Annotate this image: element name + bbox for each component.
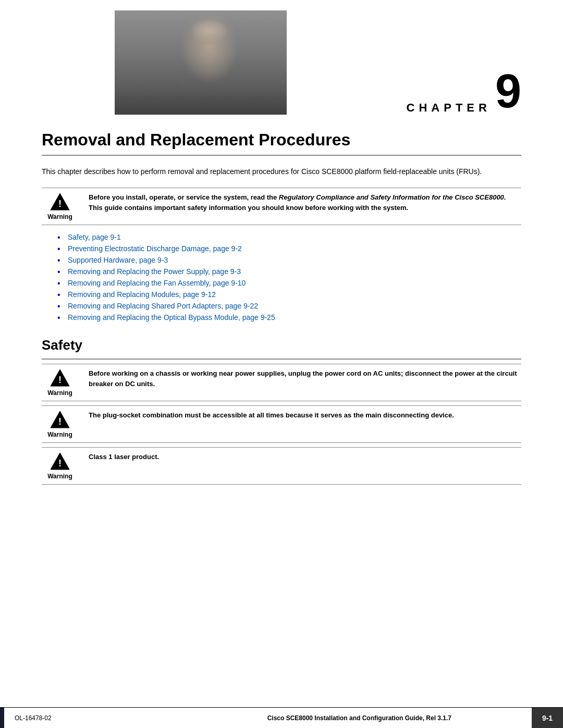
warning-label-4: Warning	[47, 473, 72, 480]
list-item: Removing and Replacing Shared Port Adapt…	[57, 302, 521, 310]
warning-content-4: Class 1 laser product.	[83, 452, 521, 462]
warning-triangle-1: !	[50, 192, 70, 211]
intro-paragraph: This chapter describes how to perform re…	[42, 166, 521, 177]
toc-link[interactable]: Supported Hardware, page 9-3	[68, 256, 168, 264]
warning-triangle-3: !	[50, 410, 70, 429]
warning-content-2: Before working on a chassis or working n…	[83, 368, 521, 389]
chapter-header-image	[115, 10, 287, 115]
svg-text:!: !	[58, 199, 62, 209]
page-container: CHAPTER 9 Removal and Replacement Proced…	[0, 0, 563, 728]
warning-block-4: ! Warning Class 1 laser product.	[42, 447, 521, 485]
main-content: This chapter describes how to perform re…	[0, 166, 563, 485]
footer-left-bar	[0, 708, 4, 728]
title-divider	[42, 155, 521, 156]
svg-text:!: !	[58, 458, 62, 468]
toc-link[interactable]: Removing and Replacing the Power Supply,…	[68, 267, 241, 276]
chapter-word: CHAPTER	[407, 101, 491, 115]
warning-label-1: Warning	[47, 213, 72, 220]
list-item: Safety, page 9-1	[57, 233, 521, 241]
safety-divider	[42, 359, 521, 360]
warning-label-2: Warning	[47, 389, 72, 397]
svg-text:!: !	[58, 416, 62, 427]
footer-doc-number: OL-16478-02	[4, 714, 187, 722]
warning-label-3: Warning	[47, 431, 72, 438]
warning-block-1: ! Warning Before you install, operate, o…	[42, 188, 521, 225]
page-title: Removal and Replacement Procedures	[42, 130, 521, 150]
warning-block-2: ! Warning Before working on a chassis or…	[42, 364, 521, 401]
list-item: Removing and Replacing the Fan Assembly,…	[57, 279, 521, 287]
warning-icon-col-2: ! Warning	[42, 368, 83, 397]
toc-link[interactable]: Safety, page 9-1	[68, 233, 121, 241]
warning-icon-col-3: ! Warning	[42, 410, 83, 438]
svg-text:!: !	[58, 375, 62, 385]
page-footer: OL-16478-02 Cisco SCE8000 Installation a…	[0, 707, 563, 728]
warning-icon-col-1: ! Warning	[42, 192, 83, 220]
chapter-label: CHAPTER 9	[407, 68, 521, 115]
toc-list: Safety, page 9-1Preventing Electrostatic…	[57, 233, 521, 322]
warning-triangle-2: !	[50, 368, 70, 387]
warning-triangle-4: !	[50, 452, 70, 471]
chapter-number: 9	[495, 68, 521, 115]
toc-link[interactable]: Removing and Replacing the Fan Assembly,…	[68, 279, 246, 287]
warning-icon-col-4: ! Warning	[42, 452, 83, 480]
toc-link[interactable]: Preventing Electrostatic Discharge Damag…	[68, 244, 242, 253]
list-item: Supported Hardware, page 9-3	[57, 256, 521, 264]
warning-block-3: ! Warning The plug-socket combination mu…	[42, 405, 521, 443]
toc-link[interactable]: Removing and Replacing Shared Port Adapt…	[68, 302, 258, 310]
list-item: Removing and Replacing Modules, page 9-1…	[57, 290, 521, 299]
warning-content-1: Before you install, operate, or service …	[83, 192, 521, 213]
footer-page-number: 9-1	[532, 708, 563, 728]
toc-link[interactable]: Removing and Replacing Modules, page 9-1…	[68, 290, 216, 299]
footer-center-text: Cisco SCE8000 Installation and Configura…	[187, 714, 532, 722]
safety-heading: Safety	[42, 332, 521, 353]
title-area: Removal and Replacement Procedures	[0, 120, 563, 150]
list-item: Preventing Electrostatic Discharge Damag…	[57, 244, 521, 253]
toc-link[interactable]: Removing and Replacing the Optical Bypas…	[68, 313, 275, 322]
list-item: Removing and Replacing the Optical Bypas…	[57, 313, 521, 322]
warning-content-3: The plug-socket combination must be acce…	[83, 410, 521, 421]
list-item: Removing and Replacing the Power Supply,…	[57, 267, 521, 276]
